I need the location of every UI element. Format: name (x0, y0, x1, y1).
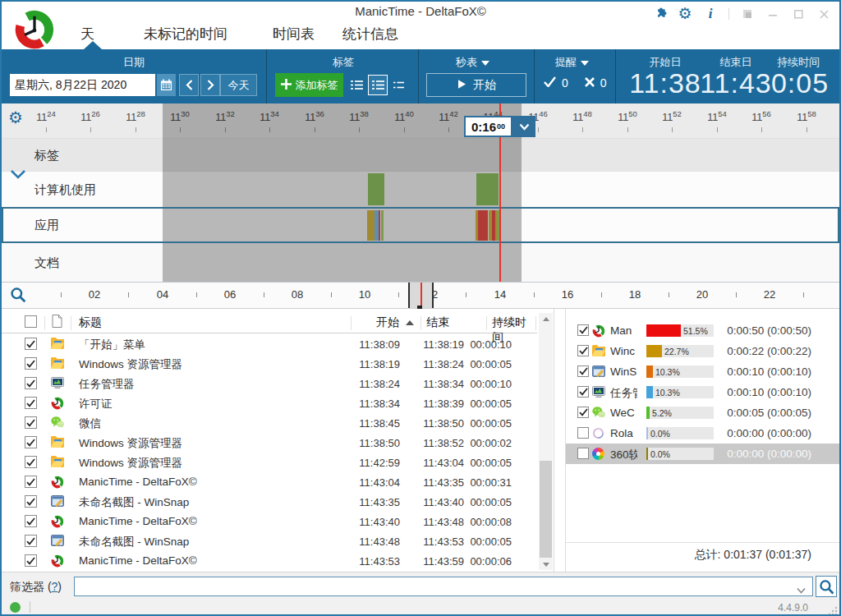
tooltip-dropdown-button[interactable] (512, 116, 535, 137)
table-row[interactable]: 未命名截图 - WinSnap11:43:3511:43:4000:00:05 (2, 492, 537, 512)
table-scrollbar[interactable] (539, 313, 553, 570)
app-checkbox[interactable] (577, 345, 589, 356)
close-button[interactable] (815, 7, 833, 21)
stopwatch-start-button[interactable]: 开始 (426, 73, 526, 97)
row-checkbox[interactable] (25, 476, 37, 488)
cross-icon[interactable] (585, 76, 595, 90)
app-percent-fill (646, 365, 653, 378)
select-all-checkbox[interactable] (25, 315, 37, 328)
app-checkbox[interactable] (577, 365, 589, 377)
document-column-icon[interactable] (52, 315, 62, 330)
table-row[interactable]: Windows 资源管理器11:38:5011:38:5200:00:02 (2, 433, 537, 453)
tags-expander-chevron-icon[interactable] (10, 168, 26, 182)
filter-search-button[interactable] (816, 576, 837, 597)
row-checkbox[interactable] (25, 456, 37, 468)
column-header-end[interactable]: 结束 (426, 315, 449, 330)
computer-usage-bar[interactable] (368, 173, 384, 205)
filter-dropdown-chevron-icon[interactable] (797, 582, 806, 597)
minimize-button[interactable] (764, 7, 782, 21)
table-row[interactable]: Windows 资源管理器11:42:5911:43:0400:00:05 (2, 453, 537, 472)
check-icon[interactable] (544, 76, 556, 90)
row-checkbox[interactable] (25, 535, 37, 547)
next-day-button[interactable] (200, 74, 220, 96)
scrollbar-up-arrow[interactable] (539, 313, 553, 324)
tab-statistics[interactable]: 统计信息 (342, 25, 398, 44)
table-row[interactable]: 任务管理器11:38:2411:38:3400:00:10 (2, 374, 537, 393)
view-list-button[interactable] (347, 75, 365, 95)
row-title: ManicTime - DeltaFoX© (79, 476, 197, 488)
compact-mode-button[interactable] (738, 7, 756, 21)
explorer-icon (51, 436, 65, 449)
today-button[interactable]: 今天 (220, 74, 257, 96)
scrollbar-down-arrow[interactable] (539, 559, 553, 570)
table-row[interactable]: 微信11:38:4511:38:5000:00:05 (2, 413, 537, 433)
column-header-title[interactable]: 标题 (79, 315, 102, 330)
row-checkbox[interactable] (25, 495, 37, 508)
scrollbar-thumb[interactable] (540, 461, 552, 558)
tab-timesheet[interactable]: 时间表 (273, 25, 315, 44)
table-row[interactable]: 未命名截图 - WinSnap11:43:4811:43:5300:00:05 (2, 531, 537, 551)
app-stat-row[interactable]: Man51.5%0:00:50 (0:00:50) (566, 320, 839, 341)
maximize-button[interactable] (789, 7, 807, 21)
row-checkbox[interactable] (25, 554, 37, 567)
app-stat-row[interactable]: Winc22.7%0:00:22 (0:00:22) (566, 341, 839, 361)
table-row[interactable]: Windows 资源管理器11:38:1911:38:2400:00:05 (2, 354, 537, 374)
row-title: ManicTime - DeltaFoX© (79, 515, 197, 527)
table-header: 标题 开始 结束 持续时间 (2, 313, 537, 333)
view-compact-button[interactable] (390, 75, 407, 95)
row-checkbox[interactable] (25, 377, 37, 389)
app-checkbox[interactable] (577, 407, 589, 418)
app-percent-bar: 5.2% (646, 407, 714, 419)
table-row[interactable]: 许可证11:38:3411:38:3900:00:05 (2, 393, 537, 413)
resize-grip[interactable] (828, 604, 838, 614)
previous-day-button[interactable] (179, 74, 199, 96)
computer-usage-bar[interactable] (476, 173, 499, 205)
table-row[interactable]: ManicTime - DeltaFoX©11:43:4011:43:4800:… (2, 512, 537, 531)
filter-bar: 筛选器 (?) (2, 572, 839, 600)
row-checkbox[interactable] (25, 515, 37, 527)
date-input[interactable] (10, 74, 155, 96)
app-checkbox[interactable] (577, 324, 589, 336)
row-checkbox[interactable] (25, 416, 37, 429)
app-checkbox[interactable] (577, 386, 589, 398)
zoom-search-icon[interactable] (10, 287, 26, 306)
table-row[interactable]: 「开始」菜单11:38:0911:38:1900:00:10 (2, 334, 537, 354)
app-stat-row[interactable]: 360软0.0%0:00:00 (0:00:00) (566, 444, 839, 464)
row-end-time: 11:38:52 (423, 437, 464, 449)
view-detailed-list-button[interactable] (368, 75, 388, 95)
row-checkbox[interactable] (25, 397, 37, 409)
column-header-start[interactable]: 开始 (376, 315, 399, 330)
tab-untagged-time[interactable]: 未标记的时间 (144, 25, 227, 44)
row-checkbox[interactable] (25, 357, 37, 370)
app-checkbox[interactable] (577, 427, 589, 439)
stopwatch-section-label[interactable]: 秒表 (456, 55, 489, 70)
app-stat-row[interactable]: WeC5.2%0:00:05 (0:00:05) (566, 402, 839, 423)
table-row[interactable]: ManicTime - DeltaFoX©11:43:5311:43:5900:… (2, 551, 537, 571)
calendar-button[interactable] (157, 74, 176, 96)
reminder-section-label[interactable]: 提醒 (555, 55, 589, 70)
info-icon[interactable]: i (701, 7, 719, 21)
overview-viewport[interactable] (408, 283, 434, 308)
table-row[interactable]: ManicTime - DeltaFoX©11:43:0411:43:3500:… (2, 472, 537, 492)
app-percent-label: 10.3% (655, 367, 680, 377)
app-checkbox[interactable] (577, 448, 589, 459)
filter-input[interactable] (74, 577, 813, 596)
row-checkbox[interactable] (25, 338, 37, 350)
overview-minor-tick (398, 292, 399, 297)
add-tag-button[interactable]: 添加标签 (275, 73, 343, 97)
day-duration-value: 0:05 (771, 67, 829, 99)
timeline-tick-mark (761, 127, 762, 132)
app-name: WinS (610, 365, 637, 378)
app-stat-row[interactable]: WinS10.3%0:00:10 (0:00:10) (566, 361, 839, 382)
settings-gear-icon[interactable]: ⚙ (676, 7, 694, 21)
plugin-icon[interactable] (650, 7, 669, 21)
row-checkbox[interactable] (25, 436, 37, 448)
timeline-settings-gear-icon[interactable]: ⚙ (8, 108, 23, 127)
app-stat-row[interactable]: 任务管10.3%0:00:10 (0:00:10) (566, 382, 839, 402)
overview-current-time-line (420, 283, 422, 308)
day-overview-strip[interactable]: 0204060810121416182022 (2, 283, 839, 309)
row-end-time: 11:43:35 (423, 476, 464, 489)
timeline-tick-label: 1148 (572, 109, 592, 123)
app-stat-row[interactable]: Rola0.0%0:00:00 (0:00:00) (566, 423, 839, 444)
sort-ascending-icon (406, 320, 414, 325)
